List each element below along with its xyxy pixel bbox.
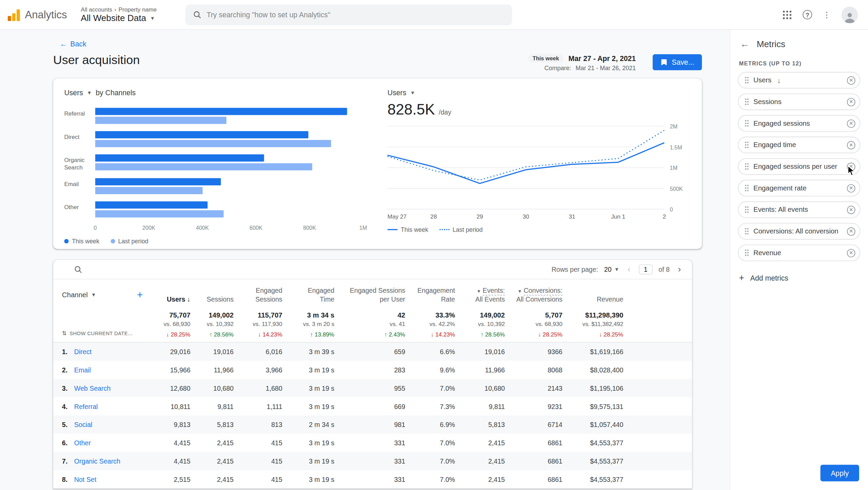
axis-tick-label: 2 xyxy=(663,213,666,220)
metric-chip-engaged-time[interactable]: Engaged time✕ xyxy=(738,137,860,153)
metric-chip-label: Engagement rate xyxy=(753,184,807,192)
axis-tick-label: 1.5M xyxy=(670,144,682,150)
remove-metric-icon[interactable]: ✕ xyxy=(847,119,855,127)
cell-users: 29,016 xyxy=(151,348,191,356)
global-search[interactable] xyxy=(185,4,512,25)
metric-chip-revenue[interactable]: Revenue✕ xyxy=(738,245,860,261)
drag-handle-icon[interactable] xyxy=(745,206,749,213)
axis-tick-label: 500K xyxy=(670,186,683,192)
line-metric-selector[interactable]: Users xyxy=(388,88,406,97)
date-range-picker[interactable]: This week Mar 27 - Apr 2, 2021 Compare: … xyxy=(528,54,636,72)
column-header-channel[interactable]: Channel▼+ xyxy=(62,289,151,301)
remove-metric-icon[interactable]: ✕ xyxy=(847,249,855,257)
column-header-conversions-all-conversions[interactable]: ▼Conversions:All Conversions xyxy=(505,286,563,304)
cell-events-all-events: 11,966 xyxy=(455,366,505,374)
cell-engaged-time: 3 m 19 s xyxy=(282,366,334,374)
prev-page-icon[interactable]: ‹ xyxy=(625,265,633,274)
table-search-button[interactable] xyxy=(74,266,82,273)
cell-users: 2,515 xyxy=(151,476,191,484)
remove-metric-icon[interactable]: ✕ xyxy=(847,141,855,149)
bar-last-period xyxy=(95,187,202,194)
channel-link[interactable]: Social xyxy=(74,421,92,429)
search-icon xyxy=(74,266,82,273)
cell-sessions: 19,016 xyxy=(191,348,234,356)
channel-link[interactable]: Organic Search xyxy=(74,457,120,465)
save-button[interactable]: Save... xyxy=(652,54,702,70)
save-label: Save... xyxy=(672,58,694,66)
metric-chip-sessions[interactable]: Sessions✕ xyxy=(738,94,860,110)
metric-chip-engagement-rate[interactable]: Engagement rate✕ xyxy=(738,180,860,197)
remove-metric-icon[interactable]: ✕ xyxy=(847,206,855,214)
back-button[interactable]: ← Back xyxy=(60,40,86,48)
bar-category-label: Organic Search xyxy=(64,155,95,171)
analytics-logo-icon xyxy=(8,8,20,21)
legend-last-period: Last period xyxy=(439,226,483,233)
total-sessions: 149,002vs. 10,392↑ 28.56% xyxy=(191,312,234,338)
report-content: ← Back User acquisition This week Mar 27… xyxy=(0,30,730,490)
metric-chip-conversions-all-conversions[interactable]: Conversions: All conversions✕ xyxy=(738,223,860,240)
drag-handle-icon[interactable] xyxy=(745,184,749,192)
table-row: 1.Direct29,01619,0166,0163 m 39 s6596.6%… xyxy=(53,343,692,361)
column-header-engagement-rate[interactable]: EngagementRate xyxy=(405,286,455,304)
channel-link[interactable]: Web Search xyxy=(74,384,111,392)
more-options-icon[interactable]: ⋮ xyxy=(823,11,831,19)
metric-chip-engaged-sessions-per-user[interactable]: Engaged sessions per user✕ xyxy=(738,158,860,175)
remove-metric-icon[interactable]: ✕ xyxy=(847,227,855,235)
sort-desc-icon: ↓ xyxy=(777,76,781,84)
topbar: Analytics All accounts › Property name A… xyxy=(0,0,868,30)
rows-per-page-select[interactable]: 20 ▼ xyxy=(604,266,619,273)
column-header-sessions[interactable]: Sessions xyxy=(191,295,234,304)
column-header-users[interactable]: Users ↓ xyxy=(151,295,191,304)
column-header-revenue[interactable]: Revenue xyxy=(563,295,624,304)
line-chart xyxy=(388,126,664,209)
channel-link[interactable]: Not Set xyxy=(74,476,96,484)
column-header-engaged-time[interactable]: EngagedTime xyxy=(282,286,334,304)
remove-metric-icon[interactable]: ✕ xyxy=(847,98,855,106)
apply-button[interactable]: Apply xyxy=(821,465,859,481)
cell-engaged-sessions-per-user: 283 xyxy=(334,366,405,374)
channel-link[interactable]: Email xyxy=(74,366,91,374)
drag-handle-icon[interactable] xyxy=(745,98,749,106)
table-row: 5.Social9,8135,8138132 m 34 s9816.9%5,81… xyxy=(53,416,692,434)
drag-handle-icon[interactable] xyxy=(745,120,749,127)
analytics-home-link[interactable]: Analytics xyxy=(8,8,81,21)
drag-handle-icon[interactable] xyxy=(745,163,749,170)
add-dimension-icon[interactable]: + xyxy=(137,289,143,301)
metric-chip-users[interactable]: Users↓✕ xyxy=(738,72,860,88)
arrow-down-icon: ↓ xyxy=(599,331,604,338)
user-avatar[interactable] xyxy=(842,6,858,23)
drag-handle-icon[interactable] xyxy=(745,227,749,235)
total-conversions-all-conversions: 5,707vs. 68,930↓ 28.25% xyxy=(505,312,563,338)
metric-chip-events-all-events[interactable]: Events: All events✕ xyxy=(738,201,860,218)
drag-handle-icon[interactable] xyxy=(745,249,749,257)
drag-handle-icon[interactable] xyxy=(745,76,749,84)
bar-metric-selector[interactable]: Users xyxy=(64,88,83,97)
account-switcher[interactable]: All accounts › Property name All Website… xyxy=(81,6,157,23)
apps-grid-icon[interactable] xyxy=(782,10,792,20)
arrow-up-icon: ↑ xyxy=(384,331,389,338)
column-header-engaged-sessions[interactable]: EngagedSessions xyxy=(234,286,282,304)
add-metrics-button[interactable]: + Add metrics xyxy=(738,270,789,285)
remove-metric-icon[interactable]: ✕ xyxy=(847,162,855,170)
bar-group-other: Other xyxy=(64,202,363,218)
column-header-events-all-events[interactable]: ▼Events:All Events xyxy=(455,286,505,304)
cell-users: 9,813 xyxy=(151,421,191,429)
remove-metric-icon[interactable]: ✕ xyxy=(847,184,855,192)
page-number[interactable]: 1 xyxy=(639,264,652,274)
drag-handle-icon[interactable] xyxy=(745,141,749,149)
search-input[interactable] xyxy=(207,11,505,19)
help-icon[interactable]: ? xyxy=(803,10,812,19)
next-page-icon[interactable]: › xyxy=(676,265,683,274)
channel-link[interactable]: Direct xyxy=(74,348,92,356)
metric-chip-engaged-sessions[interactable]: Engaged sessions✕ xyxy=(738,115,860,132)
bookmark-icon xyxy=(660,59,667,66)
panel-back-icon[interactable]: ← xyxy=(740,39,750,50)
arrow-down-icon: ↓ xyxy=(258,331,262,338)
show-current-date-button[interactable]: ⇅SHOW CURRENT DATE... xyxy=(62,330,151,336)
column-header-engaged-sessions-per-user[interactable]: Engaged Sessionsper User xyxy=(334,286,405,304)
channel-link[interactable]: Referral xyxy=(74,403,98,410)
axis-tick-label: 31 xyxy=(569,213,575,220)
channel-link[interactable]: Other xyxy=(74,439,91,447)
cell-conversions-all-conversions: 6861 xyxy=(505,476,563,484)
remove-metric-icon[interactable]: ✕ xyxy=(847,76,855,84)
